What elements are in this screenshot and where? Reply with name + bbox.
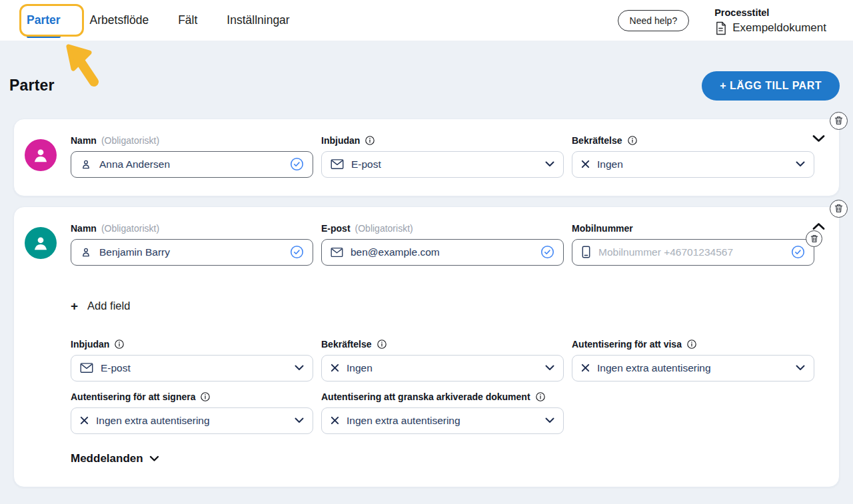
mobile-input-wrapper — [572, 239, 814, 266]
name-input[interactable] — [99, 246, 283, 258]
party-details-section: + Add field Inbjudan — [14, 300, 839, 487]
tab-parter[interactable]: Parter — [27, 11, 61, 30]
delete-party-button[interactable] — [830, 200, 848, 218]
mobile-label: Mobilnummer — [572, 223, 814, 234]
name-input[interactable] — [99, 158, 283, 170]
auth-view-label: Autentisering för att visa — [572, 339, 814, 350]
tab-falt-label: Fält — [178, 13, 197, 27]
tab-installningar[interactable]: Inställningar — [227, 11, 289, 30]
envelope-icon — [331, 158, 344, 170]
auth-archive-select[interactable]: Ingen extra autentisering — [321, 407, 564, 434]
required-hint: (Obligatoriskt) — [355, 223, 413, 234]
mobile-phone-icon — [581, 246, 591, 258]
auth-view-field-group: Autentisering för att visa Ingen extra a… — [572, 339, 814, 381]
auth-archive-value: Ingen extra autentisering — [347, 415, 538, 427]
expand-party-chevron-down-icon[interactable] — [811, 133, 826, 144]
chevron-down-icon — [295, 365, 304, 371]
invitation-label: Inbjudan — [321, 135, 564, 146]
tab-arbetsflode[interactable]: Arbetsflöde — [90, 11, 149, 30]
required-hint: (Obligatoriskt) — [101, 135, 159, 146]
nav-tabs: Parter Arbetsflöde Fält Inställningar — [27, 11, 290, 30]
auth-sign-label: Autentisering för att signera — [71, 391, 313, 402]
settings-grid-row-2: Autentisering för att signera Ingen extr… — [71, 391, 814, 434]
chevron-down-icon — [545, 365, 554, 371]
name-field-group: Namn (Obligatoriskt) — [71, 135, 313, 178]
name-input-wrapper — [71, 239, 313, 266]
top-navigation-bar: Parter Arbetsflöde Fält Inställningar Ne… — [0, 0, 853, 41]
page-title: Parter — [9, 77, 55, 95]
add-field-button[interactable]: + Add field — [71, 300, 130, 312]
person-icon — [80, 158, 92, 170]
messages-toggle[interactable]: Meddelanden — [71, 452, 159, 465]
confirmation-label: Bekräftelse — [321, 339, 564, 350]
invitation-value: E-post — [101, 362, 287, 374]
chevron-down-icon — [545, 161, 554, 167]
info-icon[interactable] — [114, 339, 125, 350]
name-label: Namn (Obligatoriskt) — [71, 223, 313, 234]
name-label: Namn (Obligatoriskt) — [71, 135, 313, 146]
chevron-down-icon — [545, 417, 554, 423]
confirmation-select[interactable]: Ingen — [321, 355, 564, 381]
email-input[interactable] — [351, 246, 533, 258]
cross-icon — [331, 416, 339, 425]
auth-sign-select[interactable]: Ingen extra autentisering — [71, 407, 313, 434]
document-icon — [714, 21, 727, 35]
remove-mobile-field-button[interactable] — [806, 230, 822, 247]
tab-arbetsflode-label: Arbetsflöde — [90, 13, 149, 27]
main-content: Parter + LÄGG TILL PART Namn — [0, 67, 853, 487]
delete-party-button[interactable] — [830, 112, 848, 130]
info-icon[interactable] — [627, 135, 638, 146]
mobile-label-text: Mobilnummer — [572, 223, 633, 234]
add-field-label: Add field — [87, 300, 130, 312]
process-title-block: Processtitel Exempeldokument — [714, 6, 826, 35]
info-icon[interactable] — [377, 339, 387, 350]
email-field-group: E-post (Obligatoriskt) — [321, 223, 564, 266]
valid-check-icon — [791, 245, 805, 259]
party-summary-row: Namn (Obligatoriskt) — [14, 119, 839, 196]
auth-sign-value: Ingen extra autentisering — [96, 415, 287, 427]
email-label: E-post (Obligatoriskt) — [321, 223, 564, 234]
invitation-field-group: Inbjudan E-post — [71, 339, 313, 381]
tab-falt[interactable]: Fält — [178, 11, 197, 30]
add-party-button[interactable]: + LÄGG TILL PART — [702, 71, 840, 101]
process-title-label: Processtitel — [714, 7, 826, 18]
mobile-field-group: Mobilnummer — [572, 223, 814, 266]
tab-installningar-label: Inställningar — [227, 13, 289, 27]
confirmation-field-group: Bekräftelse Ingen — [572, 135, 814, 178]
info-icon[interactable] — [200, 391, 211, 402]
cross-icon — [331, 364, 339, 372]
chevron-down-icon — [796, 365, 805, 371]
need-help-button[interactable]: Need help? — [618, 10, 690, 31]
confirmation-label-text: Bekräftelse — [572, 135, 622, 146]
mobile-input[interactable] — [598, 246, 784, 258]
info-icon[interactable] — [535, 391, 546, 402]
confirmation-value: Ingen — [347, 362, 538, 374]
party-summary-row: Namn (Obligatoriskt) — [14, 207, 839, 284]
email-label-text: E-post — [321, 223, 351, 234]
settings-grid-row-1: Inbjudan E-post — [71, 339, 814, 381]
confirmation-select[interactable]: Ingen — [572, 151, 814, 178]
active-tab-underline — [27, 35, 61, 38]
party-fields-grid: Namn (Obligatoriskt) — [71, 223, 814, 266]
auth-sign-label-text: Autentisering för att signera — [71, 391, 195, 402]
auth-view-select[interactable]: Ingen extra autentisering — [572, 355, 814, 381]
email-input-wrapper — [321, 239, 564, 266]
empty-grid-cell — [572, 391, 814, 434]
invitation-select[interactable]: E-post — [321, 151, 564, 178]
invitation-select[interactable]: E-post — [71, 355, 313, 381]
confirmation-field-group: Bekräftelse Ingen — [321, 339, 564, 381]
name-input-wrapper — [71, 151, 313, 178]
info-icon[interactable] — [365, 135, 375, 146]
invitation-label-text: Inbjudan — [71, 339, 109, 350]
chevron-down-icon — [295, 417, 304, 423]
confirmation-value: Ingen — [597, 158, 788, 170]
invitation-value: E-post — [351, 158, 538, 170]
chevron-down-icon — [796, 161, 805, 167]
envelope-icon — [331, 247, 343, 258]
page-header-row: Parter + LÄGG TILL PART — [13, 67, 840, 105]
cross-icon — [581, 364, 590, 372]
valid-check-icon — [540, 245, 554, 259]
info-icon[interactable] — [686, 339, 697, 350]
name-label-text: Namn — [71, 223, 97, 234]
process-title-text: Exempeldokument — [732, 21, 826, 35]
